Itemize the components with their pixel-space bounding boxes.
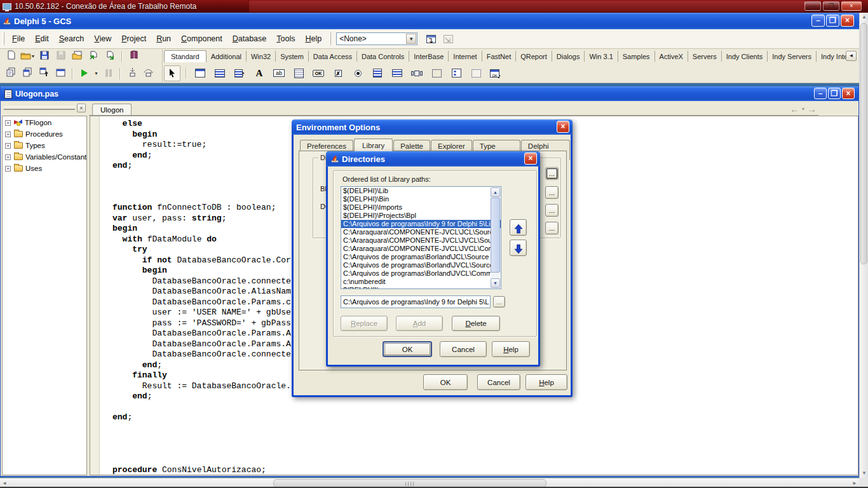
library-path-item[interactable]: c:\numberedit — [341, 278, 501, 286]
open-project-button[interactable] — [70, 50, 85, 63]
code-explorer-splitter[interactable] — [4, 106, 75, 110]
tedit-icon[interactable]: ab — [271, 65, 287, 81]
palette-tab-qreport[interactable]: QReport — [516, 51, 552, 62]
env-browse-button-4[interactable]: ... — [545, 222, 559, 234]
palette-tab-activex[interactable]: ActiveX — [655, 51, 688, 62]
library-path-item[interactable]: C:\Arquivos de programas\Indy 9 for Delp… — [341, 220, 501, 228]
palette-tab-additional[interactable]: Additional — [207, 51, 247, 62]
menu-view[interactable]: View — [89, 32, 116, 46]
library-path-item[interactable]: C:\Arquivos de programas\Borland\JCL\Sou… — [341, 253, 501, 261]
replace-button[interactable]: Replace — [341, 316, 388, 331]
app-close-button[interactable]: × — [841, 15, 854, 27]
ok-button[interactable]: OK — [423, 374, 468, 390]
menu-project[interactable]: Project — [116, 32, 151, 46]
scrollbar-thumb[interactable] — [491, 198, 500, 273]
palette-tab-indy-clients[interactable]: Indy Clients — [722, 51, 768, 62]
view-unit-button[interactable] — [4, 67, 18, 80]
desktop-combobox[interactable]: <None> ▼ — [336, 32, 417, 45]
palette-tab-data-access[interactable]: Data Access — [309, 51, 357, 62]
help-button[interactable] — [126, 50, 141, 63]
tmainmenu-icon[interactable] — [212, 65, 228, 81]
tcursor-icon[interactable] — [164, 65, 180, 81]
expand-icon[interactable]: + — [5, 132, 11, 137]
delphi-titlebar[interactable]: Delphi 5 - GCS – ❐ × — [0, 13, 859, 29]
tpanel-icon[interactable] — [468, 65, 484, 81]
trace-into-button[interactable] — [125, 67, 139, 80]
palette-tab-samples[interactable]: Samples — [618, 51, 655, 62]
environment-options-titlebar[interactable]: Environment Options × — [292, 119, 573, 135]
menu-database[interactable]: Database — [227, 32, 272, 46]
menu-tools[interactable]: Tools — [271, 32, 300, 46]
library-path-item[interactable]: C:\Araraquara\COMPONENTE-JVCL\JCL\Sourc — [341, 228, 501, 236]
toggle-form-unit-button[interactable] — [37, 67, 51, 80]
rdp-vertical-thumb[interactable] — [860, 23, 867, 264]
tgroupbox-icon[interactable] — [428, 65, 445, 81]
app-minimize-button[interactable]: – — [811, 15, 825, 27]
open-button[interactable]: ▼ — [20, 50, 35, 63]
tpopupmenu-icon[interactable] — [231, 65, 248, 81]
listbox-scrollbar[interactable]: ▲ ▼ — [491, 187, 500, 288]
palette-scroll-left-button[interactable]: ◄ — [846, 51, 857, 61]
remove-file-button[interactable] — [103, 50, 118, 63]
library-path-item[interactable]: $(DELPHI)\Bin — [341, 195, 501, 203]
save-desktop-button[interactable]: ↴ — [424, 32, 438, 45]
move-down-button[interactable] — [510, 240, 527, 256]
tscrollbar-icon[interactable] — [409, 65, 425, 81]
library-path-item[interactable]: C:\Arquivos de programas\Borland\JVCL\So… — [341, 261, 501, 269]
library-path-item[interactable]: C:\Araraquara\COMPONENTE-JVCL\JVCL\Sour — [341, 236, 501, 245]
ok-button[interactable]: OK — [383, 341, 432, 357]
rdp-close-button[interactable]: × — [841, 1, 862, 11]
library-path-item[interactable]: C:\Arquivos de programas\Borland\JVCL\Co… — [341, 269, 501, 278]
palette-tab-servers[interactable]: Servers — [688, 51, 722, 62]
rdp-scroll-up-icon[interactable]: ▲ — [860, 13, 868, 22]
save-all-button[interactable] — [53, 50, 68, 63]
palette-tab-interbase[interactable]: InterBase — [409, 51, 449, 62]
library-path-item[interactable]: $(DELPHI)\Projects\Bpl — [341, 212, 501, 220]
cancel-button[interactable]: Cancel — [477, 374, 520, 390]
editor-titlebar[interactable]: Ulogon.pas – ❐ × — [1, 86, 858, 101]
tradiogroup-icon[interactable] — [448, 65, 465, 81]
tree-item-uses[interactable]: +Uses — [3, 163, 86, 173]
library-paths-listbox[interactable]: $(DELPHI)\Lib$(DELPHI)\Bin$(DELPHI)\Impo… — [341, 186, 501, 289]
new-form-button[interactable] — [53, 67, 68, 80]
tactionlist-icon[interactable]: OK — [487, 65, 504, 81]
palette-tab-indy-servers[interactable]: Indy Servers — [768, 51, 817, 62]
directories-close-button[interactable]: × — [524, 152, 537, 165]
directories-titlebar[interactable]: Directories × — [326, 151, 540, 166]
rdp-scroll-down-icon[interactable]: ▼ — [860, 469, 868, 478]
code-explorer-close-icon[interactable]: × — [77, 104, 86, 112]
new-button[interactable] — [4, 50, 18, 63]
editor-minimize-button[interactable]: – — [814, 88, 827, 99]
tree-item-variables-constants[interactable]: +Variables/Constants — [3, 152, 86, 162]
menu-search[interactable]: Search — [54, 32, 90, 46]
env-browse-button-2[interactable]: ... — [545, 186, 559, 199]
tradiobutton-icon[interactable] — [349, 65, 366, 81]
scroll-up-icon[interactable]: ▲ — [491, 187, 500, 197]
expand-icon[interactable]: + — [5, 154, 11, 160]
expand-icon[interactable]: + — [5, 143, 11, 149]
path-input[interactable]: C:\Arquivos de programas\Indy 9 for Delp… — [341, 295, 491, 308]
run-button[interactable] — [77, 67, 92, 80]
save-button[interactable] — [37, 50, 51, 63]
menubar-grip[interactable] — [3, 32, 4, 45]
env-browse-button-1[interactable]: ... — [545, 167, 559, 180]
tree-item-types[interactable]: +Types — [3, 140, 86, 151]
tlistbox-icon[interactable] — [369, 65, 386, 81]
cancel-button[interactable]: Cancel — [440, 341, 487, 357]
scroll-down-icon[interactable]: ▼ — [491, 278, 500, 288]
tab-ulogon[interactable]: Ulogon — [92, 104, 132, 115]
forward-arrow-icon[interactable]: → — [807, 104, 817, 114]
set-debug-desktop-button[interactable]: ⇲ — [441, 32, 456, 45]
nav-dropdown-icon[interactable]: ▾ — [802, 106, 804, 112]
tcheckbox-icon[interactable]: ✗ — [330, 65, 346, 81]
help-button[interactable]: Help — [526, 374, 567, 390]
palette-tab-dialogs[interactable]: Dialogs — [552, 51, 585, 62]
back-arrow-icon[interactable]: ← — [790, 104, 799, 114]
tframes-icon[interactable] — [192, 65, 208, 81]
palette-tab-internet[interactable]: Internet — [449, 51, 482, 62]
menu-help[interactable]: Help — [300, 32, 327, 46]
view-form-button[interactable] — [20, 67, 35, 80]
step-over-button[interactable] — [141, 67, 156, 80]
library-path-item[interactable]: C:\Araraquara\COMPONENTE-JVCL\JVCL\Com — [341, 245, 501, 253]
palette-tab-win-3-1[interactable]: Win 3.1 — [585, 51, 618, 62]
